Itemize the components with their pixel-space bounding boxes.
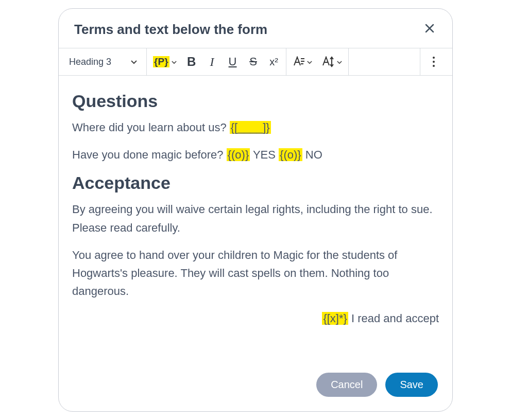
text-input-token: {[____]} — [230, 121, 271, 134]
acceptance-p2: You agree to hand over your children to … — [72, 246, 439, 301]
modal-title: Terms and text below the form — [74, 22, 267, 38]
acceptance-p1: By agreeing you will waive certain legal… — [72, 200, 439, 236]
line-height-button[interactable] — [318, 52, 345, 72]
heading-select-label: Heading 3 — [69, 57, 111, 67]
toolbar-group-heading: Heading 3 — [59, 48, 147, 75]
chevron-down-icon — [131, 58, 137, 66]
radio-token-yes: {(o)} — [227, 148, 250, 161]
font-style-button[interactable] — [289, 52, 315, 72]
close-button[interactable] — [422, 21, 437, 38]
placeholder-button[interactable]: {P} — [150, 52, 179, 72]
question-2: Have you done magic before? {(o)} YES {(… — [72, 146, 439, 164]
underline-button[interactable]: U — [224, 52, 242, 72]
question-1-text: Where did you learn about us? — [72, 121, 230, 134]
editor-content[interactable]: Questions Where did you learn about us? … — [59, 76, 452, 364]
toolbar-group-font — [286, 48, 349, 75]
heading-select[interactable]: Heading 3 — [62, 48, 143, 75]
modal: Terms and text below the form Heading 3 … — [58, 8, 453, 412]
checkbox-token: {[x]*} — [322, 312, 348, 325]
italic-button[interactable]: I — [203, 52, 221, 72]
toolbar-group-format: {P} B I U S x² — [147, 48, 286, 75]
placeholder-token-label: {P} — [153, 56, 169, 67]
close-icon — [424, 23, 435, 33]
cancel-button[interactable]: Cancel — [316, 373, 377, 397]
editor-toolbar: Heading 3 {P} B I U S x² — [59, 48, 452, 76]
accept-text: I read and accept — [348, 312, 439, 325]
toolbar-group-more — [420, 48, 447, 75]
superscript-button[interactable]: x² — [265, 52, 283, 72]
svg-point-9 — [433, 65, 435, 67]
heading-acceptance: Acceptance — [72, 173, 439, 193]
chevron-down-icon — [337, 58, 342, 66]
option-no: NO — [302, 148, 322, 161]
modal-footer: Cancel Save — [59, 364, 452, 411]
chevron-down-icon — [172, 58, 177, 66]
svg-point-7 — [433, 57, 435, 59]
option-yes: YES — [250, 148, 279, 161]
radio-token-no: {(o)} — [279, 148, 302, 161]
modal-header: Terms and text below the form — [59, 9, 452, 48]
font-style-icon — [293, 56, 305, 67]
line-height-icon — [321, 56, 335, 67]
question-2-text: Have you done magic before? — [72, 148, 227, 161]
strikethrough-button[interactable]: S — [245, 52, 262, 72]
heading-questions: Questions — [72, 91, 439, 111]
more-vertical-icon — [432, 56, 435, 67]
chevron-down-icon — [307, 58, 312, 66]
accept-line: {[x]*} I read and accept — [72, 309, 439, 327]
svg-point-8 — [433, 61, 435, 63]
bold-button[interactable]: B — [183, 52, 200, 72]
question-1: Where did you learn about us? {[____]} — [72, 118, 439, 136]
more-button[interactable] — [423, 48, 444, 75]
save-button[interactable]: Save — [385, 373, 438, 397]
